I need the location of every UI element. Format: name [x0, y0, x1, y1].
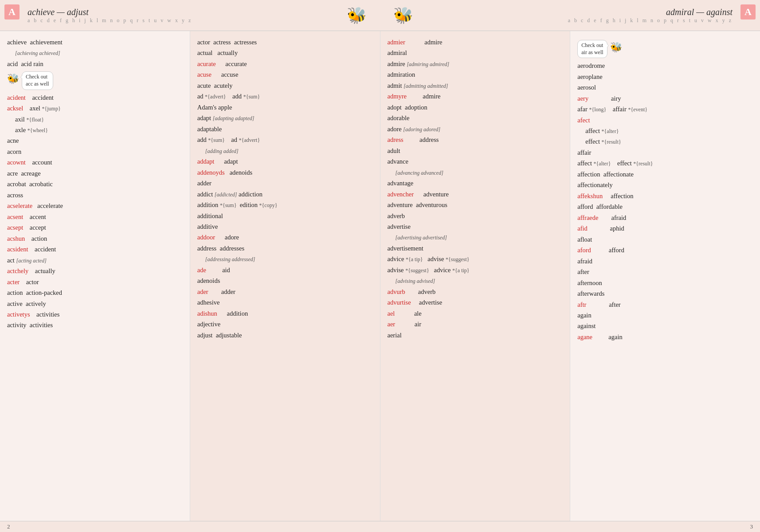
entry-advurb: advurb adverb: [388, 287, 563, 297]
entry-agane: agane again: [577, 332, 753, 342]
entry-adjust: adjust adjustable: [197, 330, 373, 340]
entry-address: address addresses: [197, 243, 373, 253]
entry-active: active actively: [7, 299, 183, 309]
entry-adding: [adding added]: [205, 146, 373, 156]
alpha-bar-right: a b c d e f g h i j k l m n o p q r s t …: [568, 17, 733, 24]
entry-advertisement: advertisement: [388, 243, 563, 253]
column-3: admier admire admiral admire [admiring a…: [380, 31, 571, 521]
entry-aerial: aerial: [388, 330, 563, 340]
entry-adams: Adam's apple: [197, 102, 373, 112]
entry-addapt: addapt adapt: [197, 156, 373, 166]
entry-adventure: adventure adventurous: [388, 200, 563, 210]
entry-acid: acid acid rain: [7, 59, 183, 69]
entry-acksel: acksel axel *{jump}: [7, 103, 183, 113]
bee-illustration-2: 🐝: [610, 40, 622, 55]
entry-acownt: acownt account: [7, 157, 183, 167]
entry-affair: affair: [577, 148, 753, 157]
bee-speech-2: Check outair as well: [577, 40, 607, 58]
entry-aerodrome: aerodrome: [577, 61, 753, 70]
entry-affraede: affraede afraid: [577, 213, 753, 223]
entry-after: after: [577, 267, 753, 277]
entry-advencher: advencher adventure: [388, 189, 563, 199]
page-number-right: 3: [750, 523, 753, 530]
main-content: achieve achievement [achieving achieved]…: [0, 31, 760, 521]
entry-adopt: adopt adoption: [388, 102, 563, 112]
entry-acsept: acsept accept: [7, 223, 183, 232]
entry-adaptable: adaptable: [197, 124, 373, 134]
entry-aeroplane: aeroplane: [577, 72, 753, 82]
column-2: actor actress actresses actual actually …: [190, 31, 380, 521]
entry-affect-effect: affect *{alter} effect *{result}: [577, 158, 753, 168]
header-left: achieve — adjust a b c d e f g h i j k l…: [7, 7, 192, 24]
column-4: Check outair as well 🐝 aerodrome aeropla…: [570, 31, 760, 521]
header-title-right: admiral — against: [666, 7, 733, 17]
entry-afect: afect: [577, 115, 753, 125]
bee-speech-1: Check outacc as well: [22, 71, 53, 90]
entry-advice: advice *{a tip} advise *{suggest}: [388, 254, 563, 264]
entry-again: again: [577, 310, 753, 320]
entry-acselerate: acselerate accelerate: [7, 201, 183, 211]
alpha-bar-left: a b c d e f g h i j k l m n o p q r s t …: [27, 17, 192, 24]
entry-adverb: adverb: [388, 211, 563, 221]
entry-advising: [advising advised]: [396, 276, 563, 286]
entry-achieving: [achieving achieved]: [15, 48, 183, 58]
entry-aer: aer air: [388, 319, 563, 329]
entry-admyre: admyre admire: [388, 91, 563, 101]
entry-ader: ader adder: [197, 287, 373, 297]
entry-advantage: advantage: [388, 178, 563, 188]
entry-acorn: acorn: [7, 147, 183, 156]
entry-acurate: acurate accurate: [197, 59, 373, 69]
bee-icon-left: 🐝: [347, 6, 367, 25]
bee-icons: 🐝 🐝: [347, 6, 413, 25]
entry-afloat: afloat: [577, 235, 753, 244]
entry-additional: additional: [197, 211, 373, 221]
entry-acshun: acshun action: [7, 234, 183, 243]
entry-acre: acre acreage: [7, 168, 183, 178]
entry-addressing: [addressing addressed]: [205, 254, 373, 264]
header-right: admiral — against a b c d e f g h i j k …: [568, 7, 753, 24]
entry-actchely: actchely actually: [7, 266, 183, 276]
entry-achieve: achieve achievement: [7, 37, 183, 47]
entry-against: against: [577, 321, 753, 331]
entry-activetys: activetys activities: [7, 309, 183, 319]
entry-admiration: admiration: [388, 70, 563, 79]
bee-icon-right: 🐝: [393, 6, 413, 25]
entry-acrobat: acrobat acrobatic: [7, 179, 183, 189]
entry-action: action action-packed: [7, 288, 183, 297]
entry-axil: axil *{float}: [15, 114, 183, 124]
entry-acuse: acuse accuse: [197, 70, 373, 79]
entry-acute: acute acutely: [197, 81, 373, 90]
entry-actual: actual actually: [197, 48, 373, 58]
entry-ad-add: ad *{advert} add *{sum}: [197, 91, 373, 101]
header-title-left: achieve — adjust: [27, 7, 89, 17]
entry-admiral: admiral: [388, 48, 563, 58]
entry-ael: ael ale: [388, 309, 563, 318]
entry-advance: advance: [388, 156, 563, 166]
page-footer: 2 3: [0, 521, 760, 532]
entry-acne: acne: [7, 136, 183, 145]
entry-acident: acident accident: [7, 93, 183, 102]
entry-adjective: adjective: [197, 319, 373, 329]
entry-advertise: advertise: [388, 222, 563, 231]
entry-acter: acter actor: [7, 277, 183, 287]
entry-advertising: [advertising advertised]: [396, 232, 563, 242]
entry-aftr: aftr after: [577, 300, 753, 309]
bee-bubble-acc: 🐝 Check outacc as well: [7, 71, 183, 90]
entry-ade: ade aid: [197, 265, 373, 275]
entry-adhesive: adhesive: [197, 297, 373, 307]
entry-add-ad: add *{sum} ad *{advert}: [197, 135, 373, 145]
entry-adress: adress address: [388, 135, 563, 145]
entry-adder: adder: [197, 178, 373, 188]
entry-aford: aford afford: [577, 245, 753, 255]
entry-act: act [acting acted]: [7, 255, 183, 265]
entry-aery: aery airy: [577, 94, 753, 103]
bee-illustration-1: 🐝: [7, 71, 19, 86]
entry-afraid: afraid: [577, 256, 753, 266]
entry-across: across: [7, 190, 183, 200]
entry-admier: admier admire: [388, 37, 563, 47]
entry-adenoids: adenoids: [197, 276, 373, 286]
entry-addict: addict [addicted] addiction: [197, 189, 373, 199]
entry-afar: afar *{long} affair *{event}: [577, 104, 753, 114]
letter-badge-right: A: [740, 4, 756, 20]
entry-adapt: adapt [adapting adapted]: [197, 113, 373, 123]
